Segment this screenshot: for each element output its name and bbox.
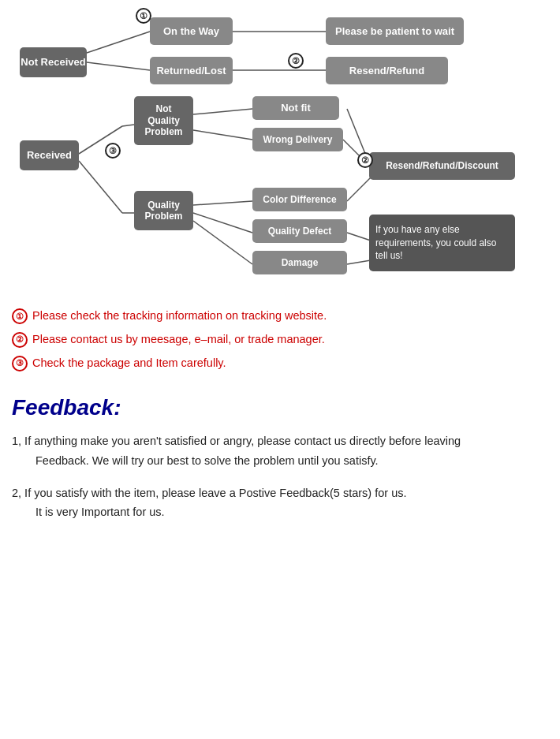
box-wrong-delivery: Wrong Delivery: [252, 128, 343, 151]
feedback-item-1: 1, If anything make you aren't satisfied…: [12, 431, 548, 470]
box-quality-problem: QualityProblem: [134, 191, 193, 230]
svg-line-6: [79, 161, 122, 213]
box-not-received: Not Received: [20, 47, 87, 77]
circle-1: ①: [136, 8, 151, 24]
svg-line-5: [122, 125, 134, 126]
note-1: ① Please check the tracking information …: [12, 308, 548, 325]
circle-2-top: ②: [288, 53, 304, 69]
feedback-item-2: 2, If you satisfy with the item, please …: [12, 483, 548, 522]
box-if-requirements: If you have any else requirements, you c…: [369, 215, 515, 271]
note-2: ② Please contact us by meesage, e–mail, …: [12, 331, 548, 349]
box-resend-refund: Resend/Refund: [326, 57, 448, 84]
feedback-item-2-main: 2, If you satisfy with the item, please …: [12, 487, 406, 499]
box-on-the-way: On the Way: [150, 17, 233, 45]
flowchart: Not Received On the Way Returned/Lost Pl…: [12, 8, 548, 300]
note-text-3: Check the package and Item carefully.: [32, 355, 226, 372]
note-text-2: Please contact us by meesage, e–mail, or…: [32, 331, 325, 349]
feedback-section: Feedback: 1, If anything make you aren't…: [12, 395, 548, 522]
box-not-fit: Not fit: [252, 96, 339, 120]
svg-line-9: [193, 130, 252, 140]
box-not-quality: NotQualityProblem: [134, 96, 193, 145]
note-num-2: ②: [12, 332, 28, 348]
box-damage: Damage: [252, 251, 347, 274]
svg-line-17: [347, 260, 371, 264]
svg-line-0: [87, 32, 150, 53]
svg-line-12: [193, 221, 252, 264]
note-num-3: ③: [12, 356, 28, 371]
box-patient-wait: Please be patient to wait: [326, 17, 464, 45]
circle-2-mid: ②: [357, 152, 373, 168]
box-received: Received: [20, 140, 79, 170]
box-quality-defect: Quality Defect: [252, 219, 347, 243]
feedback-title: Feedback:: [12, 395, 548, 420]
svg-line-8: [193, 109, 252, 114]
note-3: ③ Check the package and Item carefully.: [12, 355, 548, 372]
circle-3: ③: [105, 143, 121, 159]
svg-line-15: [347, 177, 371, 201]
note-text-1: Please check the tracking information on…: [32, 308, 327, 325]
feedback-item-1-sub: Feedback. We will try our best to solve …: [35, 451, 548, 471]
note-num-1: ①: [12, 308, 28, 324]
notes-section: ① Please check the tracking information …: [12, 308, 548, 371]
svg-line-11: [193, 213, 252, 233]
svg-line-1: [87, 62, 150, 70]
box-color-diff: Color Difference: [252, 188, 347, 211]
feedback-item-2-sub: It is very Important for us.: [35, 502, 548, 522]
svg-line-16: [347, 233, 371, 241]
svg-line-10: [193, 201, 252, 205]
feedback-item-1-main: 1, If anything make you aren't satisfied…: [12, 435, 461, 447]
box-resend-discount: Resend/Refund/Discount: [369, 152, 515, 180]
box-returned-lost: Returned/Lost: [150, 57, 233, 84]
